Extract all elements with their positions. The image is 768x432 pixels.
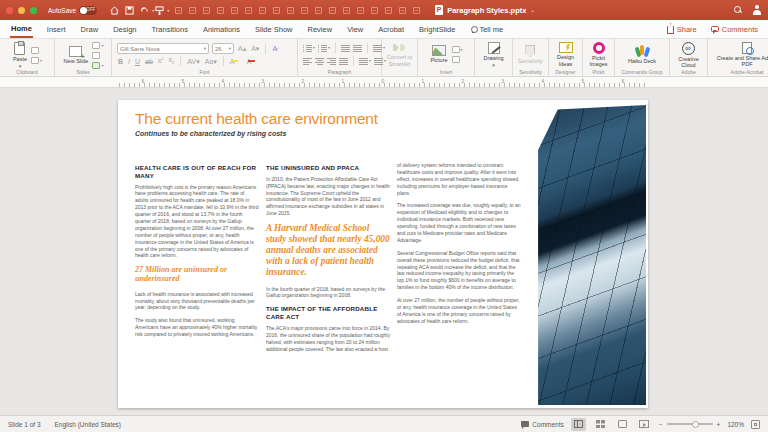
subscript-button[interactable]: x2 <box>168 56 176 65</box>
zoom-slider-knob[interactable] <box>692 421 699 428</box>
home-icon[interactable] <box>110 6 119 15</box>
zoom-in-button[interactable]: + <box>717 421 721 428</box>
create-share-pdf-button[interactable]: Create and Share Adobe PDF <box>710 41 768 69</box>
fit-to-window-icon[interactable] <box>751 420 760 429</box>
underline-button[interactable]: U <box>134 58 141 65</box>
minimize-window-button[interactable] <box>18 7 25 14</box>
text-box-button[interactable] <box>452 56 464 64</box>
disabled-tool-icon <box>217 7 224 14</box>
undo-icon[interactable] <box>140 6 149 15</box>
zoom-slider[interactable] <box>667 423 713 425</box>
reading-view-icon <box>618 420 627 428</box>
tab-review[interactable]: Review <box>307 21 334 37</box>
tab-insert[interactable]: Insert <box>46 21 67 37</box>
text-column-2[interactable]: THE UNINSURED AND PPACA In 2010, the Pat… <box>266 162 390 358</box>
tab-design[interactable]: Design <box>112 21 137 37</box>
change-case-button[interactable]: Aa▾ <box>204 58 218 65</box>
tab-transitions[interactable]: Transitions <box>150 21 188 37</box>
haiku-deck-button[interactable]: Haiku Deck <box>626 44 658 65</box>
justify-button[interactable] <box>339 58 348 65</box>
normal-view-button[interactable] <box>571 418 586 431</box>
new-slide-button[interactable]: New Slide <box>62 45 91 65</box>
clear-formatting-button[interactable]: A̷ <box>271 45 278 52</box>
slide-sorter-view-button[interactable] <box>593 418 608 431</box>
design-ideas-button[interactable]: Design Ideas <box>551 41 580 68</box>
format-painter-icon[interactable] <box>155 6 164 15</box>
character-spacing-button[interactable]: AV▾ <box>186 58 200 65</box>
building-photo[interactable] <box>537 105 646 405</box>
group-smartart: Convert to SmartArt <box>382 39 418 76</box>
tab-animations[interactable]: Animations <box>202 21 241 37</box>
text-column-3[interactable]: of delivery system reforms intended to c… <box>397 162 521 331</box>
text-direction-button[interactable]: ▾ <box>359 58 371 65</box>
slide[interactable]: The current health care environment Cont… <box>118 100 648 408</box>
zoom-out-button[interactable]: − <box>659 421 663 428</box>
increase-font-size-button[interactable]: A▴ <box>237 45 247 52</box>
group-label-adobe: Adobe <box>670 69 707 75</box>
font-name-combobox[interactable]: Gill Sans Nova▾ <box>117 43 209 54</box>
slide-subtitle-textbox[interactable]: Continues to be characterized by rising … <box>135 130 286 137</box>
bullets-button[interactable]: ▾ <box>303 45 315 52</box>
share-button[interactable]: Share <box>667 24 697 34</box>
account-avatar-icon[interactable] <box>752 5 762 15</box>
quick-access-toolbar <box>110 6 164 15</box>
search-icon[interactable] <box>734 6 742 14</box>
group-label-paragraph: Paragraph <box>298 69 381 75</box>
column-paragraph: The ACA's major provisions came into for… <box>266 325 390 353</box>
slide-title-textbox[interactable]: The current health care environment <box>135 110 378 128</box>
cut-button[interactable] <box>31 47 43 55</box>
tab-brightslide[interactable]: BrightSlide <box>418 21 456 37</box>
column-paragraph: In 2010, the Patient Protection Affordab… <box>266 176 390 217</box>
slide-show-button[interactable] <box>637 418 652 431</box>
superscript-button[interactable]: x2 <box>157 57 165 64</box>
reset-slide-button[interactable] <box>92 51 104 59</box>
font-size-combobox[interactable]: 26▾ <box>212 43 234 54</box>
group-clipboard: Paste ▾ ▾ Clipboard <box>0 39 55 76</box>
strikethrough-button[interactable]: ab <box>144 58 154 65</box>
pickit-images-button[interactable]: Pickit Images <box>585 41 612 69</box>
align-right-button[interactable] <box>327 58 336 65</box>
section-button[interactable]: ▾ <box>92 61 104 69</box>
align-left-button[interactable] <box>303 58 312 65</box>
group-pickit: Pickit Images Pickit <box>583 39 615 76</box>
tell-me-search[interactable]: Tell me <box>469 21 504 37</box>
comments-button[interactable]: Comments <box>711 25 758 34</box>
title-menu-caret-icon[interactable]: ⌄ <box>530 7 534 13</box>
increase-indent-button[interactable] <box>353 45 362 52</box>
zoom-level[interactable]: 120% <box>727 421 744 428</box>
group-label-slides: Slides <box>55 69 111 75</box>
paste-button[interactable]: Paste ▾ <box>11 41 29 70</box>
document-title: Paragraph Styles.pptx <box>447 6 526 15</box>
comments-toggle[interactable]: Comments <box>521 421 563 428</box>
creative-cloud-button[interactable]: Creative Cloud <box>672 41 705 70</box>
tab-acrobat[interactable]: Acrobat <box>377 21 405 37</box>
tab-draw[interactable]: Draw <box>80 21 100 37</box>
slide-layout-button[interactable]: ▾ <box>92 41 104 49</box>
autosave-switch[interactable]: OFF <box>79 6 97 15</box>
text-column-1[interactable]: HEALTH CARE IS OUT OF REACH FOR MANY Pro… <box>135 162 259 344</box>
font-color-swatch <box>248 60 255 63</box>
bold-button[interactable]: B <box>117 58 124 65</box>
save-icon[interactable] <box>125 6 134 15</box>
drawing-button[interactable]: Drawing ▾ <box>481 41 505 69</box>
autosave-toggle[interactable]: AutoSave OFF <box>48 6 97 15</box>
status-bar: Slide 1 of 3 English (United States) Com… <box>0 415 768 432</box>
copy-button[interactable]: ▾ <box>31 57 43 65</box>
picture-button[interactable]: Picture <box>428 44 449 64</box>
close-window-button[interactable] <box>6 7 13 14</box>
decrease-font-size-button[interactable]: A▾ <box>250 45 260 52</box>
numbering-button[interactable]: ▾ <box>318 45 330 52</box>
tab-slide-show[interactable]: Slide Show <box>254 21 294 37</box>
slide-canvas[interactable]: The current health care environment Cont… <box>0 88 768 415</box>
tab-home[interactable]: Home <box>10 20 33 38</box>
zoom-window-button[interactable] <box>30 7 37 14</box>
decrease-indent-button[interactable] <box>341 45 350 52</box>
disabled-tool-icon <box>343 7 350 14</box>
align-center-button[interactable] <box>315 58 324 65</box>
language-indicator[interactable]: English (United States) <box>55 421 121 428</box>
shapes-button[interactable]: ▾ <box>452 46 464 54</box>
reading-view-button[interactable] <box>615 418 630 431</box>
disabled-tool-icon <box>287 7 294 14</box>
italic-button[interactable]: I <box>127 58 131 65</box>
tab-view[interactable]: View <box>346 21 364 37</box>
